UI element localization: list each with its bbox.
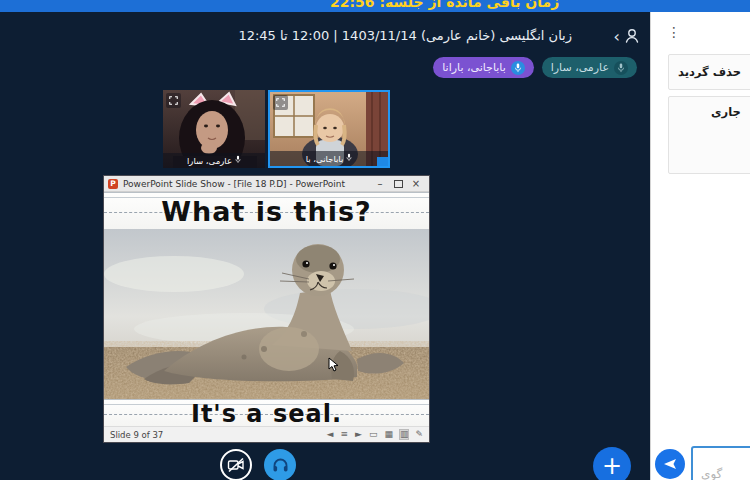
normal-view-icon[interactable]: ▭	[369, 430, 378, 439]
window-controls: – ×	[371, 177, 425, 191]
close-button[interactable]: ×	[407, 177, 425, 191]
camera-toggle-button[interactable]	[220, 449, 252, 480]
slide-question-band: What is this?	[104, 192, 429, 231]
powerpoint-titlebar[interactable]: P PowerPoint Slide Show - [File 18 P.D] …	[104, 176, 429, 192]
speaker-pill-label: عارمی، سارا	[551, 61, 609, 74]
slideshow-toolbar: ◄ ≡ ► ▭ ▦ ▥ ✎	[327, 430, 423, 439]
participants-toggle-button[interactable]: ‹	[598, 24, 642, 52]
current-message-text: جاری	[711, 105, 741, 119]
slide-answer-text: It's a seal.	[191, 400, 342, 426]
powerpoint-icon: P	[108, 179, 118, 189]
slide-sorter-icon[interactable]: ▦	[384, 430, 393, 439]
speaker-pill-label: باباجانی، بارانا	[442, 61, 505, 74]
audio-button[interactable]	[264, 449, 296, 480]
speaker-pill-aremi[interactable]: عارمی، سارا	[542, 57, 637, 78]
mouse-cursor	[328, 357, 339, 377]
pen-tool-icon[interactable]: ✎	[415, 430, 423, 439]
send-icon	[663, 458, 677, 470]
chat-sidebar: ⋮ حذف گردید جاری	[650, 12, 750, 480]
see-all-slides-icon[interactable]: ≡	[340, 430, 348, 439]
video-name-strip: عارمی، سارا	[163, 153, 265, 168]
speaker-pill-babajani[interactable]: باباجانی، بارانا	[433, 57, 533, 78]
fullscreen-icon[interactable]	[273, 95, 288, 110]
microphone-muted-icon	[614, 61, 628, 75]
chat-message-current[interactable]: جاری	[668, 96, 750, 174]
active-speaker-indicator	[377, 157, 388, 166]
person-icon	[622, 26, 642, 50]
video-name-strip: باباجانی، با	[270, 151, 388, 166]
speaker-pills: باباجانی، بارانا عارمی، سارا	[433, 57, 637, 78]
slide-question-text: What is this?	[161, 196, 371, 227]
maximize-button[interactable]	[389, 177, 407, 191]
camera-off-icon	[227, 457, 245, 473]
kebab-menu-icon[interactable]: ⋮	[667, 24, 681, 40]
microphone-icon	[235, 155, 241, 166]
meeting-app-screen: زمان باقی مانده از جلسه: 22:56 زبان انگل…	[0, 0, 750, 480]
add-content-button[interactable]: +	[593, 447, 631, 480]
deleted-message-text: حذف گردید	[678, 65, 741, 79]
headphones-icon	[272, 457, 289, 473]
main-stage: زبان انگلیسی (خانم عارمی) 1403/11/14 | 1…	[0, 12, 650, 480]
seal-photo	[104, 229, 429, 399]
previous-slide-icon[interactable]: ◄	[327, 430, 334, 439]
microphone-icon	[511, 61, 525, 75]
slideshow-view-icon[interactable]: ▥	[400, 430, 409, 439]
participant-name: عارمی، سارا	[187, 156, 232, 166]
fullscreen-icon[interactable]	[166, 93, 181, 108]
participant-name: باباجانی، با	[306, 154, 344, 164]
minimize-button[interactable]: –	[371, 177, 389, 191]
maximize-icon	[394, 180, 403, 188]
video-tile-teacher[interactable]: عارمی، سارا	[163, 90, 265, 168]
next-slide-icon[interactable]: ►	[355, 430, 362, 439]
slide-canvas[interactable]: What is this?	[104, 192, 429, 426]
powerpoint-window-title: PowerPoint Slide Show - [File 18 P.D] - …	[123, 179, 371, 189]
session-title: زبان انگلیسی (خانم عارمی) 1403/11/14 | 1…	[238, 28, 572, 43]
powerpoint-statusbar: Slide 9 of 37 ◄ ≡ ► ▭ ▦ ▥ ✎	[104, 426, 429, 442]
chevron-left-icon: ‹	[614, 29, 620, 45]
video-tile-student[interactable]: باباجانی، با	[268, 90, 390, 168]
session-countdown-text: زمان باقی مانده از جلسه: 22:56	[330, 0, 559, 10]
plus-icon: +	[602, 454, 622, 478]
chat-message-deleted[interactable]: حذف گردید	[668, 54, 750, 90]
microphone-icon	[346, 153, 352, 164]
send-message-button[interactable]	[655, 449, 685, 479]
powerpoint-window: P PowerPoint Slide Show - [File 18 P.D] …	[103, 175, 430, 443]
chat-input[interactable]	[691, 446, 750, 480]
slide-answer-band: It's a seal.	[104, 399, 429, 426]
slide-counter: Slide 9 of 37	[110, 430, 327, 440]
session-countdown-bar: زمان باقی مانده از جلسه: 22:56	[0, 0, 750, 12]
